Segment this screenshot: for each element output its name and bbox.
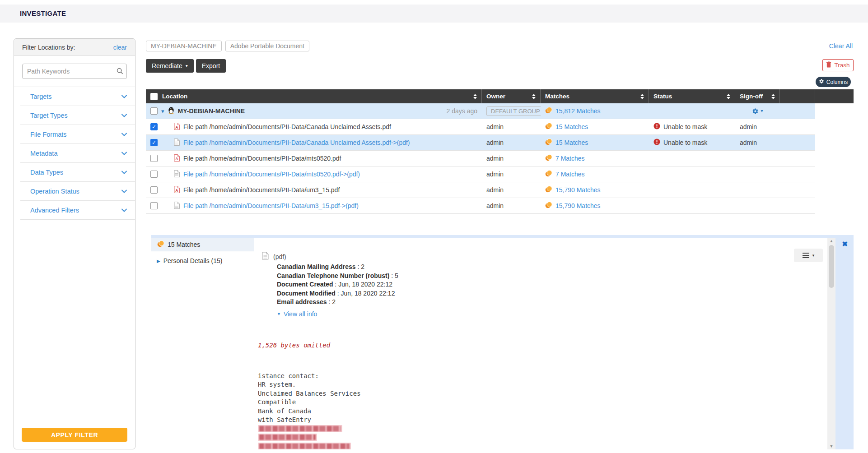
preview-line: istance contact: [258, 372, 616, 381]
apply-filter-button[interactable]: APPLY FILTER [22, 428, 127, 442]
matches-cell: 15 Matches [541, 135, 649, 150]
filter-chip[interactable]: Adobe Portable Document [225, 41, 309, 51]
sidebar-item-label: Data Types [30, 169, 63, 176]
bytes-omitted-note: 1,526 bytes omitted [258, 341, 616, 350]
preview-text: Compatible [258, 398, 296, 406]
view-all-info-link[interactable]: ▼ View all info [277, 310, 398, 318]
preview-line: Unclaimed Balances Services [258, 389, 616, 398]
file-path: File path /home/admin/Documents/PII-Data… [183, 186, 340, 194]
row-checkbox[interactable] [150, 202, 158, 209]
table-row[interactable]: File path /home/admin/Documents/PII-Data… [146, 198, 815, 214]
pdf-file-icon: A [174, 123, 180, 131]
close-icon[interactable]: ✖ [842, 240, 848, 248]
status-badge: Unable to mask [653, 123, 707, 131]
tag-icon [545, 123, 552, 131]
preview-text: istance contact: [258, 372, 319, 379]
preview-line [258, 425, 616, 434]
export-button[interactable]: Export [196, 59, 226, 73]
pdf-file-icon: A [174, 154, 180, 163]
table-row[interactable]: ✓ File path /home/admin/Documents/PII-Da… [146, 135, 815, 151]
file-path[interactable]: File path /home/admin/Documents/PII-Data… [183, 139, 410, 146]
svg-text:A: A [175, 188, 178, 192]
column-header-location[interactable]: Location [146, 89, 482, 103]
matches-link[interactable]: 15,790 Matches [545, 186, 601, 194]
matches-link[interactable]: 15,812 Matches [545, 107, 601, 115]
filter-chip[interactable]: MY-DEBIAN-MACHINE [146, 41, 222, 51]
clear-all-link[interactable]: Clear All [829, 42, 853, 50]
sidebar-item-data-types[interactable]: Data Types [14, 163, 135, 182]
trash-icon [826, 61, 831, 69]
owner-cell: admin [482, 119, 541, 134]
alert-icon [653, 139, 660, 147]
sidebar-item-operation-status[interactable]: Operation Status [14, 182, 135, 201]
matches-link[interactable]: 15 Matches [545, 123, 588, 131]
column-header-owner[interactable]: Owner [482, 89, 541, 103]
column-header-signoff[interactable]: Sign-off [735, 89, 780, 103]
table-row[interactable]: A File path /home/admin/Documents/PII-Da… [146, 151, 815, 166]
tag-icon [545, 139, 552, 147]
scrollbar-thumb[interactable] [829, 245, 834, 288]
expand-caret-icon[interactable]: ▾ [161, 108, 164, 115]
scroll-down-icon[interactable]: ▼ [830, 443, 834, 449]
row-checkbox[interactable]: ✓ [150, 123, 158, 130]
preview-menu-button[interactable]: ▾ [794, 249, 823, 262]
group-checkbox[interactable] [150, 107, 158, 115]
select-all-checkbox[interactable] [150, 93, 158, 100]
column-label: Sign-off [740, 93, 763, 100]
sidebar-item-label: Targets [30, 93, 52, 100]
file-info-line: Canadian Telephone Number (robust) : 5 [277, 272, 398, 281]
row-checkbox[interactable] [150, 186, 158, 194]
signoff-cell [735, 166, 780, 182]
preview-matches-header: 15 Matches [151, 238, 254, 251]
row-checkbox[interactable] [150, 155, 158, 162]
scroll-up-icon[interactable]: ▲ [830, 238, 834, 244]
row-checkbox[interactable]: ✓ [150, 139, 158, 146]
remediate-button[interactable]: Remediate ▾ [146, 59, 194, 73]
column-header-status[interactable]: Status [649, 89, 735, 103]
table-row[interactable]: A File path /home/admin/Documents/PII-Da… [146, 182, 815, 198]
extra-cell [780, 182, 815, 198]
matches-count-label: 15 Matches [168, 241, 200, 248]
table-row[interactable]: ✓ A File path /home/admin/Documents/PII-… [146, 119, 815, 135]
file-path[interactable]: File path /home/admin/Documents/PII-Data… [183, 171, 360, 178]
matches-link[interactable]: 7 Matches [545, 170, 585, 178]
signoff-cell [735, 198, 780, 213]
matches-link[interactable]: 15,790 Matches [545, 202, 601, 210]
column-label: Status [653, 93, 672, 100]
extra-cell [780, 135, 815, 150]
file-info-line: Document Modified : Jun, 18 2020 22:12 [277, 289, 398, 298]
table-row-group[interactable]: ▾ MY-DEBIAN-MACHINE 2 days ago DEFAULT G… [146, 103, 815, 119]
chevron-down-icon [121, 208, 127, 212]
category-label: Personal Details (15) [163, 257, 223, 264]
row-actions-gear-icon[interactable]: ▾ [752, 108, 763, 115]
matches-link[interactable]: 15 Matches [545, 139, 588, 147]
sidebar-item-metadata[interactable]: Metadata [14, 144, 135, 163]
matches-link[interactable]: 7 Matches [545, 154, 585, 162]
extra-cell [780, 166, 815, 182]
sidebar-item-target-types[interactable]: Target Types [14, 106, 135, 125]
sidebar-item-advanced-filters[interactable]: Advanced Filters [14, 201, 135, 220]
trash-button[interactable]: Trash [822, 59, 854, 71]
sidebar-item-targets[interactable]: Targets [14, 87, 135, 106]
file-info-block: (pdf) Canadian Mailing Address : 2Canadi… [262, 252, 398, 318]
table-row[interactable]: File path /home/admin/Documents/PII-Data… [146, 166, 815, 182]
file-location-cell: ✓ File path /home/admin/Documents/PII-Da… [146, 135, 482, 150]
pdf-file-icon: A [174, 186, 180, 194]
redacted-text [258, 434, 317, 441]
column-header-gutter [815, 89, 854, 103]
path-keywords-search [22, 64, 127, 79]
active-filters-bar: MY-DEBIAN-MACHINEAdobe Portable Document… [146, 39, 854, 53]
file-path[interactable]: File path /home/admin/Documents/PII-Data… [183, 202, 359, 209]
columns-button[interactable]: Columns [816, 77, 851, 87]
search-input[interactable] [22, 64, 127, 79]
chevron-down-icon [121, 171, 127, 174]
column-header-matches[interactable]: Matches [541, 89, 649, 103]
matches-cell: 7 Matches [541, 151, 649, 166]
hamburger-icon [803, 255, 809, 256]
sidebar-item-file-formats[interactable]: File Formats [14, 125, 135, 144]
row-checkbox[interactable] [150, 171, 158, 178]
preview-scrollbar[interactable]: ▲ ▼ [827, 238, 835, 449]
clear-filters-link[interactable]: clear [113, 44, 127, 51]
category-personal-details[interactable]: ▶ Personal Details (15) [157, 257, 254, 264]
view-all-label: View all info [284, 310, 317, 318]
